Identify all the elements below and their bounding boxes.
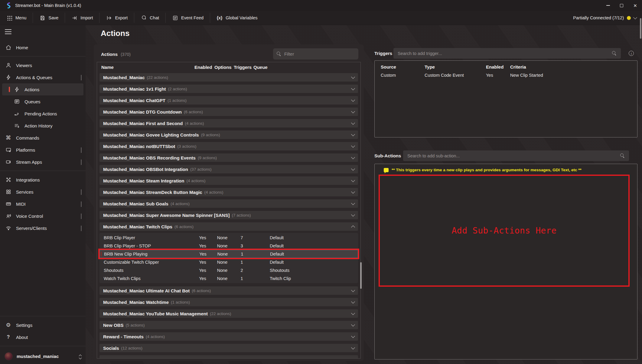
- action-row[interactable]: BRB New Clip PlayingYesNone1Default: [99, 250, 358, 258]
- hamburger-menu-icon[interactable]: [5, 29, 11, 34]
- sidebar-item-services[interactable]: Services: [0, 186, 86, 198]
- close-button[interactable]: ✕: [628, 0, 642, 11]
- group-name: Mustached_Maniac ChatGPT: [103, 98, 165, 103]
- action-group-row[interactable]: Mustached_Maniac Watchtime(1 actions): [99, 298, 358, 306]
- action-name: Customizable Twitch Clipper: [104, 260, 193, 265]
- action-group-row[interactable]: Mustached_Maniac First and Second(4 acti…: [99, 119, 358, 127]
- toolbar-export-button[interactable]: Export: [99, 11, 134, 25]
- chevron-down-icon[interactable]: [633, 15, 637, 19]
- sidebar-item-queues[interactable]: Queues: [0, 95, 86, 108]
- action-row[interactable]: ShoutoutsYesNone2Shoutouts: [99, 266, 358, 274]
- toolbar-save-button[interactable]: Save: [33, 11, 65, 25]
- action-group-row[interactable]: Mustached_Maniac DTG Countdown(6 actions…: [99, 108, 358, 116]
- filter-input[interactable]: [284, 52, 355, 56]
- sidebar-item-about[interactable]: ?About: [0, 331, 86, 343]
- sidebar-item-platforms[interactable]: Platforms: [0, 144, 86, 156]
- action-group-row[interactable]: Mustached_Maniac 1v1 Fight(2 actions): [99, 85, 358, 93]
- trigger-source: Custom: [381, 73, 425, 78]
- action-row[interactable]: BRB Clip PlayerYesNone7Default: [99, 234, 358, 242]
- sidebar-item-home[interactable]: Home: [0, 41, 86, 53]
- action-group-row[interactable]: Mustached_Maniac notBUTTSbot(3 actions): [99, 142, 358, 150]
- sidebar-item-label: Actions: [24, 87, 39, 92]
- actions-table-header: NameEnabledOptionsTriggersQueue: [97, 62, 360, 72]
- sidebar-item-viewers[interactable]: Viewers: [0, 59, 86, 71]
- user-account-row[interactable]: mustached_maniac: [0, 349, 86, 363]
- toolbar-item-label: Import: [80, 15, 93, 20]
- question-icon: ?: [5, 334, 11, 340]
- sidebar-item-servers-clients[interactable]: Servers/Clients: [0, 222, 86, 234]
- sidebar-item-stream-apps[interactable]: Stream Apps: [0, 156, 86, 168]
- minimize-button[interactable]: [601, 0, 615, 11]
- subaction-search-input[interactable]: [407, 153, 617, 158]
- window-scrollbar-thumb[interactable]: [640, 18, 641, 39]
- chevron-down-icon: [351, 288, 355, 292]
- toolbar-global-variables-button[interactable]: {x}Global Variables: [210, 11, 264, 25]
- sidebar-item-settings[interactable]: ⚙Settings: [0, 319, 86, 331]
- connection-status[interactable]: Partially Connected (7/12): [573, 15, 624, 20]
- trigger-type: Custom Code Event: [425, 73, 486, 78]
- action-group-row[interactable]: Mustached_Maniac OBS Recording Events(9 …: [99, 153, 358, 162]
- toolbar-event-feed-button[interactable]: Event Feed: [166, 11, 210, 25]
- action-group-row[interactable]: Mustached_Maniac OBSBot Integration(37 a…: [99, 165, 358, 173]
- action-group-row[interactable]: Mustached_Maniac YouTube Music Managemen…: [99, 309, 358, 318]
- action-group-row[interactable]: Mustached_Maniac Ultimate AI Chat Bot(6 …: [99, 286, 358, 295]
- action-group-row[interactable]: Mustached_Maniac ChatGPT(1 actions): [99, 96, 358, 105]
- action-group-row[interactable]: Mustached_Maniac Super Awesome Name Spin…: [99, 211, 358, 219]
- action-group-row[interactable]: Mustached_Maniac Govee Lighting Controls…: [99, 130, 358, 139]
- divider: [0, 346, 86, 346]
- toolbar-item-label: Global Variables: [226, 15, 257, 20]
- event-feed-icon: [172, 15, 178, 21]
- action-group-row[interactable]: Socials(12 actions): [99, 344, 358, 352]
- action-group-row[interactable]: Mustached_Maniac StreamDeck Button Magic…: [99, 188, 358, 196]
- action-group-row[interactable]: New OBS(5 actions): [99, 321, 358, 329]
- action-row[interactable]: Watch Twitch ClipsYesNone1Twitch Clip: [99, 274, 358, 282]
- sidebar-item-midi[interactable]: MIDI: [0, 198, 86, 210]
- group-name: Mustached_Maniac OBSBot Integration: [103, 167, 188, 172]
- actions-scrollbar-thumb[interactable]: [360, 262, 362, 289]
- sidebar-item-action-history[interactable]: Action History: [0, 120, 86, 132]
- group-count: (9 actions): [198, 156, 217, 160]
- sidebar-item-label: About: [16, 335, 28, 340]
- toolbar-chat-button[interactable]: Chat: [134, 11, 165, 25]
- command-icon: ⌘: [5, 135, 11, 141]
- sidebar-item-commands[interactable]: ⌘Commands: [0, 132, 86, 144]
- comment-icon: [384, 168, 389, 172]
- action-row[interactable]: Customizable Twitch ClipperYesNone1Defau…: [99, 258, 358, 266]
- action-name: BRB New Clip Playing: [104, 252, 193, 256]
- maximize-button[interactable]: [615, 0, 628, 11]
- sidebar-item-actions-queues[interactable]: Actions & Queues: [0, 71, 86, 83]
- chevron-down-icon: [351, 121, 355, 125]
- action-name: BRB Clip Player - STOP: [104, 243, 193, 248]
- sidebar-item-actions[interactable]: Actions: [2, 83, 83, 95]
- action-group-row[interactable]: Mustached_Maniac(22 actions): [99, 73, 358, 82]
- action-group-row[interactable]: Mustached_Maniac Twitch Clips(6 actions): [99, 222, 358, 231]
- trigger-search-input[interactable]: [398, 51, 609, 56]
- action-enabled: Yes: [193, 235, 213, 240]
- chevron-down-icon: [351, 167, 355, 171]
- account-switcher-icon[interactable]: [79, 354, 81, 359]
- sidebar-item-voice-control[interactable]: Voice Control: [0, 210, 86, 222]
- chevron-down-icon: [351, 323, 355, 327]
- chevron-down-icon: [351, 109, 355, 113]
- toolbar-menu-button[interactable]: Menu: [0, 11, 33, 25]
- column-header-name: Name: [101, 65, 194, 70]
- sidebar-item-pending-actions[interactable]: Pending Actions: [0, 108, 86, 120]
- action-queue: Shoutouts: [252, 268, 358, 273]
- toolbar-import-button[interactable]: Import: [65, 11, 99, 25]
- title-bar: Streamer.bot - Main Brain (v1.0.4) ✕: [0, 0, 642, 11]
- action-group-row[interactable]: Mustached_Maniac Sub Goals(4 actions): [99, 199, 358, 208]
- triggers-table-header: SourceTypeEnabledCriteria: [375, 64, 637, 69]
- page-title: Actions: [101, 29, 129, 38]
- search-icon[interactable]: [620, 153, 625, 158]
- export-icon: [106, 15, 112, 21]
- sidebar-item-label: Actions & Queues: [16, 75, 52, 80]
- action-options: None: [213, 235, 232, 240]
- action-group-row[interactable]: Mustached_Maniac Steam Integration(4 act…: [99, 176, 358, 185]
- action-group-row[interactable]: Reward - Timeouts(4 actions): [99, 332, 358, 341]
- action-group-row[interactable]: [99, 355, 358, 359]
- search-icon[interactable]: [612, 51, 617, 56]
- action-row[interactable]: BRB Clip Player - STOPYesNone3Default: [99, 242, 358, 250]
- sidebar-item-integrations[interactable]: Integrations: [0, 174, 86, 186]
- info-icon[interactable]: i: [629, 51, 634, 56]
- trigger-row[interactable]: Custom Custom Code Event Yes New Clip St…: [375, 73, 637, 78]
